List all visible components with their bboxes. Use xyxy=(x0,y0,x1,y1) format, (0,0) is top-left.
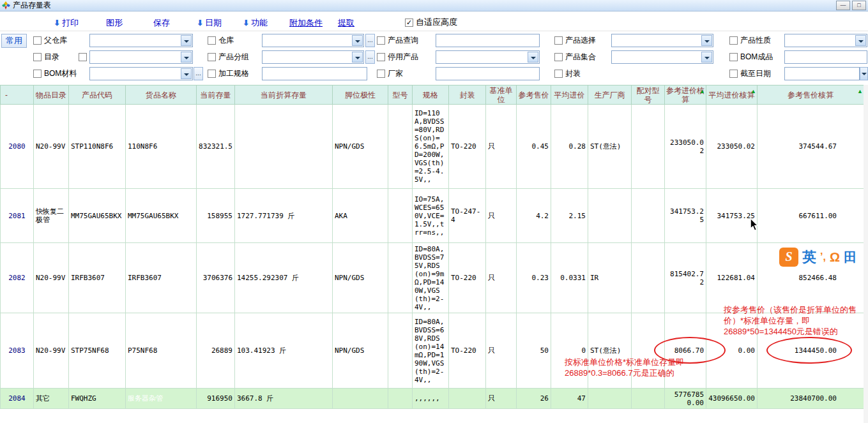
cell-manufacturer[interactable]: IR xyxy=(588,243,632,313)
functions-button[interactable]: ⬇功能 xyxy=(243,17,268,29)
product-group-browse-button[interactable]: ... xyxy=(365,50,375,64)
col-header-base-unit[interactable]: 基准单位 xyxy=(486,85,517,105)
cell-product-code[interactable]: MM75GAU65BKX xyxy=(69,189,126,243)
end-date-input[interactable] xyxy=(784,67,860,80)
cell-avg-cost-calc[interactable]: 122681.04 xyxy=(706,243,758,313)
cell-pin-polarity[interactable]: NPN/GDS xyxy=(333,105,388,189)
cell-ref-cost-calc[interactable]: 341753.25 xyxy=(665,189,706,243)
checkbox-icon[interactable] xyxy=(33,53,42,61)
product-select-select[interactable] xyxy=(611,34,713,47)
cell-avg-cost[interactable]: 47 xyxy=(551,389,588,409)
cell-current-stock[interactable]: 832321.5 xyxy=(197,105,235,189)
warehouse-browse-button[interactable]: ... xyxy=(365,34,375,47)
cell-spec[interactable]: ID=110A,BVDSS=80V,RDS(on)=6.5mΩ,PD=200W,… xyxy=(413,105,449,189)
filter-product-group[interactable]: 产品分组 xyxy=(208,50,249,64)
cell-product-code[interactable]: FWQHZG xyxy=(69,389,126,409)
cell-avg-cost-calc[interactable]: 341753.25 xyxy=(706,189,758,243)
cell-package[interactable] xyxy=(449,389,486,409)
cell-item-category[interactable]: 其它 xyxy=(34,389,69,409)
chevron-down-icon[interactable] xyxy=(528,52,538,63)
col-header-ref-cost-calc[interactable]: 参考进价核算▲ xyxy=(665,85,706,105)
cell-product-name[interactable]: 110N8F6 xyxy=(126,105,197,189)
product-query-input[interactable] xyxy=(436,34,540,47)
cell-avg-cost-calc[interactable]: 233050.02 xyxy=(706,105,758,189)
cell-ref-price[interactable]: 50 xyxy=(517,313,551,389)
cell-package[interactable]: TO-247-4 xyxy=(449,189,486,243)
checkbox-icon[interactable] xyxy=(208,70,216,78)
cell-base-unit[interactable]: 只 xyxy=(486,243,517,313)
cell-row-number[interactable]: 2080 xyxy=(1,105,34,189)
cell-converted-stock[interactable] xyxy=(235,105,333,189)
cell-current-stock[interactable]: 3706376 xyxy=(197,243,235,313)
col-header-avg-cost[interactable]: 平均进价 xyxy=(551,85,588,105)
tab-common[interactable]: 常用 xyxy=(1,34,27,48)
col-header-product-code[interactable]: 产品代码 xyxy=(69,85,126,105)
col-header-current-stock[interactable]: 当前存量 xyxy=(197,85,235,105)
table-row[interactable]: 2081 快恢复二极管 MM75GAU65BKX MM75GAU65BKX 15… xyxy=(1,189,864,243)
cell-product-name-selected[interactable]: 服务器杂管 xyxy=(126,389,197,409)
cell-avg-cost[interactable]: 0.28 xyxy=(551,105,588,189)
warehouse-select[interactable] xyxy=(262,34,364,47)
save-button[interactable]: 保存 xyxy=(153,17,170,29)
date-button[interactable]: ⬇日期 xyxy=(197,17,222,29)
cell-ref-price-calc[interactable]: 23840700.00 xyxy=(758,389,864,409)
cell-pin-polarity[interactable] xyxy=(333,389,388,409)
filter-warehouse[interactable]: 仓库 xyxy=(208,34,234,47)
filter-product-set[interactable]: 产品集合 xyxy=(554,50,596,64)
cell-current-stock[interactable]: 26889 xyxy=(197,313,235,389)
chevron-down-icon[interactable] xyxy=(352,52,363,63)
cell-ref-price-calc[interactable]: 374544.67 xyxy=(758,105,864,189)
cell-current-stock[interactable]: 916950 xyxy=(197,389,235,409)
cell-base-unit[interactable]: 只 xyxy=(486,105,517,189)
table-row[interactable]: 2080 N20-99V STP110N8F6 110N8F6 832321.5… xyxy=(1,105,864,189)
col-header-converted-stock[interactable]: 当前折算存量 xyxy=(235,85,333,105)
process-spec-input[interactable] xyxy=(262,67,367,80)
cell-product-code[interactable]: STP75NF68 xyxy=(69,313,126,389)
cell-ref-price-calc[interactable]: 667611.00 xyxy=(758,189,864,243)
filter-process-spec[interactable]: 加工规格 xyxy=(208,67,249,80)
cell-converted-stock[interactable]: 103.41923 斤 xyxy=(235,313,333,389)
cell-base-unit[interactable]: 只 xyxy=(486,313,517,389)
graph-button[interactable]: 图形 xyxy=(106,17,123,29)
filter-bom-finished[interactable]: BOM成品 xyxy=(729,50,773,64)
cell-converted-stock[interactable]: 3667.8 斤 xyxy=(235,389,333,409)
product-nature-select[interactable] xyxy=(784,34,867,47)
chevron-down-icon[interactable] xyxy=(855,35,866,46)
col-header-item-category[interactable]: 物品目录 xyxy=(34,85,69,105)
cell-base-unit[interactable]: 只 xyxy=(486,189,517,243)
filter-end-date[interactable]: 截至日期 xyxy=(729,67,771,80)
chevron-down-icon[interactable] xyxy=(701,35,712,46)
print-button[interactable]: ⬇打印 xyxy=(54,17,79,29)
minimize-button[interactable]: — xyxy=(836,1,850,10)
cell-item-category[interactable]: N20-99V xyxy=(34,243,69,313)
cell-package[interactable]: TO-220 xyxy=(449,243,486,313)
filter-parent-warehouse[interactable]: 父仓库 xyxy=(33,34,67,47)
auto-height-toggle[interactable]: ✓ 自适应高度 xyxy=(405,17,457,28)
col-header-paired-model[interactable]: 配对型号 xyxy=(632,85,665,105)
chevron-down-icon[interactable] xyxy=(181,52,192,63)
checkbox-icon[interactable] xyxy=(208,53,216,61)
cell-product-code[interactable]: STP110N8F6 xyxy=(69,105,126,189)
manufacturer-input[interactable] xyxy=(436,67,540,80)
cell-spec[interactable]: ,,,,,, xyxy=(413,389,449,409)
cell-ref-price[interactable]: 0.45 xyxy=(517,105,551,189)
product-group-select[interactable] xyxy=(262,50,364,64)
parent-warehouse-select[interactable] xyxy=(89,34,193,47)
extra-conditions-button[interactable]: 附加条件 xyxy=(289,17,323,29)
cell-ref-price[interactable]: 0.23 xyxy=(517,243,551,313)
cell-converted-stock[interactable]: 14255.292307 斤 xyxy=(235,243,333,313)
checkbox-icon[interactable] xyxy=(33,70,42,78)
cell-model[interactable] xyxy=(388,313,413,389)
maximize-button[interactable]: □ xyxy=(852,1,866,10)
cell-product-name[interactable]: P75NF68 xyxy=(126,313,197,389)
checkbox-icon[interactable] xyxy=(729,36,738,45)
filter-catalog[interactable]: 目录 xyxy=(33,50,59,64)
cell-model[interactable] xyxy=(388,189,413,243)
end-date-dropdown-button[interactable] xyxy=(860,67,868,80)
cell-row-number[interactable]: 2081 xyxy=(1,189,34,243)
cell-paired-model[interactable] xyxy=(632,189,665,243)
col-header-pin-polarity[interactable]: 脚位极性 xyxy=(333,85,388,105)
cell-pin-polarity[interactable]: NPN/GDS xyxy=(333,243,388,313)
chevron-down-icon[interactable] xyxy=(181,35,192,46)
cell-item-category[interactable]: N20-99V xyxy=(34,105,69,189)
